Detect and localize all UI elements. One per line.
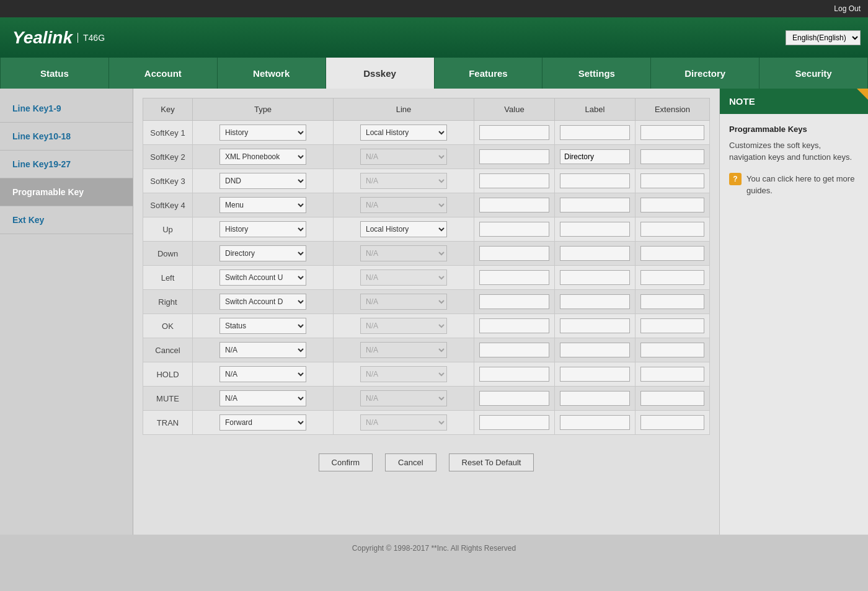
extension-input-7[interactable] — [640, 294, 704, 309]
row-extension-1[interactable] — [636, 145, 710, 169]
label-input-4[interactable] — [560, 222, 630, 237]
line-select-6[interactable]: N/A — [360, 269, 447, 286]
row-type-11[interactable]: N/A — [193, 387, 334, 411]
row-extension-12[interactable] — [636, 411, 710, 435]
line-select-5[interactable]: N/A — [360, 245, 447, 261]
row-extension-0[interactable] — [636, 121, 710, 145]
row-type-0[interactable]: History — [193, 121, 334, 145]
type-select-9[interactable]: N/A — [219, 342, 306, 358]
line-select-1[interactable]: N/A — [360, 149, 447, 165]
extension-input-0[interactable] — [640, 125, 704, 140]
value-input-6[interactable] — [479, 270, 549, 285]
type-select-1[interactable]: XML Phonebook — [219, 149, 306, 165]
label-input-12[interactable] — [560, 415, 630, 430]
line-select-11[interactable]: N/A — [360, 390, 447, 406]
label-input-0[interactable] — [560, 125, 630, 140]
sidebar-item-line-key19-27[interactable]: Line Key19-27 — [0, 151, 133, 178]
row-value-2[interactable] — [474, 169, 555, 193]
extension-input-1[interactable] — [640, 149, 704, 164]
row-type-6[interactable]: Switch Account U — [193, 266, 334, 290]
tab-security[interactable]: Security — [760, 58, 868, 89]
tab-directory[interactable]: Directory — [651, 58, 760, 89]
extension-input-12[interactable] — [640, 415, 704, 430]
row-extension-6[interactable] — [636, 266, 710, 290]
type-select-3[interactable]: Menu — [219, 197, 306, 213]
row-label-11[interactable] — [555, 387, 636, 411]
row-type-5[interactable]: Directory — [193, 242, 334, 266]
extension-input-5[interactable] — [640, 246, 704, 261]
note-link[interactable]: ? You can click here to get more guides. — [729, 173, 859, 197]
tab-status[interactable]: Status — [0, 58, 109, 89]
row-label-4[interactable] — [555, 217, 636, 242]
sidebar-item-ext-key[interactable]: Ext Key — [0, 206, 133, 234]
row-line-11[interactable]: N/A — [334, 387, 474, 411]
row-value-0[interactable] — [474, 121, 555, 145]
value-input-4[interactable] — [479, 222, 549, 237]
row-label-0[interactable] — [555, 121, 636, 145]
type-select-10[interactable]: N/A — [219, 366, 306, 382]
row-line-6[interactable]: N/A — [334, 266, 474, 290]
row-line-9[interactable]: N/A — [334, 338, 474, 362]
row-line-4[interactable]: Local History — [334, 217, 474, 242]
row-extension-3[interactable] — [636, 193, 710, 217]
value-input-2[interactable] — [479, 173, 549, 188]
extension-input-11[interactable] — [640, 391, 704, 406]
line-select-9[interactable]: N/A — [360, 342, 447, 358]
value-input-1[interactable] — [479, 149, 549, 164]
extension-input-6[interactable] — [640, 270, 704, 285]
value-input-8[interactable] — [479, 318, 549, 333]
row-label-7[interactable] — [555, 290, 636, 314]
language-select[interactable]: English(English) — [786, 30, 861, 45]
row-extension-10[interactable] — [636, 362, 710, 387]
row-type-1[interactable]: XML Phonebook — [193, 145, 334, 169]
row-value-6[interactable] — [474, 266, 555, 290]
row-value-5[interactable] — [474, 242, 555, 266]
value-input-12[interactable] — [479, 415, 549, 430]
row-line-0[interactable]: Local History — [334, 121, 474, 145]
row-extension-4[interactable] — [636, 217, 710, 242]
row-type-10[interactable]: N/A — [193, 362, 334, 387]
row-line-12[interactable]: N/A — [334, 411, 474, 435]
type-select-4[interactable]: History — [219, 221, 306, 237]
extension-input-10[interactable] — [640, 367, 704, 382]
sidebar-item-programable-key[interactable]: Programable Key — [0, 178, 133, 206]
row-type-12[interactable]: Forward — [193, 411, 334, 435]
confirm-button[interactable]: Confirm — [319, 453, 373, 471]
line-select-12[interactable]: N/A — [360, 414, 447, 431]
type-select-5[interactable]: Directory — [219, 245, 306, 261]
value-input-0[interactable] — [479, 125, 549, 140]
tab-account[interactable]: Account — [109, 58, 218, 89]
line-select-0[interactable]: Local History — [360, 125, 447, 141]
row-label-6[interactable] — [555, 266, 636, 290]
label-input-8[interactable] — [560, 318, 630, 333]
type-select-0[interactable]: History — [219, 125, 306, 141]
row-extension-11[interactable] — [636, 387, 710, 411]
type-select-11[interactable]: N/A — [219, 390, 306, 406]
row-extension-5[interactable] — [636, 242, 710, 266]
tab-network[interactable]: Network — [218, 58, 326, 89]
line-select-7[interactable]: N/A — [360, 294, 447, 310]
value-input-11[interactable] — [479, 391, 549, 406]
sidebar-item-line-key1-9[interactable]: Line Key1-9 — [0, 95, 133, 123]
value-input-3[interactable] — [479, 198, 549, 212]
value-input-5[interactable] — [479, 246, 549, 261]
row-label-12[interactable] — [555, 411, 636, 435]
extension-input-4[interactable] — [640, 222, 704, 237]
type-select-2[interactable]: DND — [219, 173, 306, 189]
type-select-12[interactable]: Forward — [219, 414, 306, 431]
label-input-5[interactable] — [560, 246, 630, 261]
row-line-1[interactable]: N/A — [334, 145, 474, 169]
row-label-1[interactable] — [555, 145, 636, 169]
row-label-3[interactable] — [555, 193, 636, 217]
row-value-11[interactable] — [474, 387, 555, 411]
logout-link[interactable]: Log Out — [834, 4, 861, 13]
row-value-3[interactable] — [474, 193, 555, 217]
row-label-10[interactable] — [555, 362, 636, 387]
row-line-2[interactable]: N/A — [334, 169, 474, 193]
row-type-8[interactable]: Status — [193, 314, 334, 338]
type-select-7[interactable]: Switch Account D — [219, 294, 306, 310]
row-line-3[interactable]: N/A — [334, 193, 474, 217]
label-input-7[interactable] — [560, 294, 630, 309]
row-extension-7[interactable] — [636, 290, 710, 314]
value-input-9[interactable] — [479, 343, 549, 357]
